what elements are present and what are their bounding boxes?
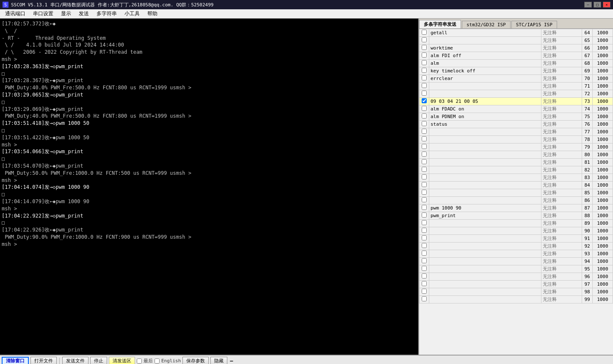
row-number: 72 — [582, 90, 592, 98]
terminal-line: PWM_Duty:50.0% PWM_Fre:1000.0 Hz FCNT:50… — [2, 170, 417, 177]
row-checkbox[interactable] — [422, 152, 427, 157]
row-delay: 1000 — [592, 227, 613, 235]
row-checkbox[interactable] — [422, 190, 427, 195]
right-panel: 多条字符串发送 stm32/GD32 ISP STC/IAP15 ISP get… — [418, 19, 613, 355]
row-checkbox[interactable] — [422, 37, 427, 42]
tab-multistring[interactable]: 多条字符串发送 — [419, 20, 461, 28]
row-checkbox[interactable] — [422, 251, 427, 256]
row-checkbox[interactable] — [422, 144, 427, 149]
terminal-area[interactable]: [17:02:57.372]收←◆ \ /- RT - Thread Opera… — [0, 19, 418, 355]
row-checkbox[interactable] — [422, 45, 427, 50]
row-checkbox[interactable] — [422, 91, 427, 96]
row-checkbox[interactable] — [422, 296, 427, 301]
open-file-button[interactable]: 打开文件 — [30, 357, 57, 364]
row-checkbox[interactable] — [422, 266, 427, 271]
table-row: 无注释931000 — [420, 250, 613, 258]
row-delay: 1000 — [592, 250, 613, 258]
menu-multistring[interactable]: 多字符串 — [93, 9, 120, 18]
table-row: 无注释841000 — [420, 182, 613, 189]
row-number: 64 — [582, 29, 592, 37]
row-checkbox[interactable] — [422, 129, 427, 134]
table-row: 无注释791000 — [420, 143, 613, 151]
row-checkbox[interactable] — [422, 167, 427, 172]
row-checkbox[interactable] — [422, 136, 427, 141]
menu-send[interactable]: 发送 — [75, 9, 92, 18]
row-checkbox[interactable] — [422, 60, 427, 65]
stop-button[interactable]: 停止 — [90, 357, 107, 364]
row-checkbox[interactable] — [422, 235, 427, 240]
row-checkbox[interactable] — [422, 174, 427, 179]
row-note: 无注释 — [541, 296, 582, 303]
row-checkbox[interactable] — [422, 220, 427, 225]
row-note: 无注释 — [541, 174, 582, 182]
bottom-area: 清除窗口 打开文件 发送文件 停止 清发送区 最后 English 保存参数 隐… — [0, 355, 613, 364]
terminal-line: msh > — [2, 205, 417, 212]
row-checkbox[interactable] — [422, 113, 427, 119]
row-checkbox[interactable] — [422, 68, 427, 73]
row-number: 94 — [582, 258, 592, 265]
menu-display[interactable]: 显示 — [58, 9, 75, 18]
row-checkbox[interactable] — [422, 228, 427, 233]
row-command — [429, 296, 541, 303]
send-file-button[interactable]: 发送文件 — [62, 357, 88, 364]
row-delay: 1000 — [592, 273, 613, 281]
row-number: 85 — [582, 189, 592, 197]
table-row: 无注释941000 — [420, 258, 613, 265]
clear-window-button[interactable]: 清除窗口 — [2, 357, 29, 364]
menu-serial-settings[interactable]: 串口设置 — [30, 9, 57, 18]
minimize-button[interactable]: — — [584, 2, 592, 8]
row-checkbox[interactable] — [422, 75, 427, 80]
row-number: 66 — [582, 44, 592, 52]
hide-button[interactable]: 隐藏 — [210, 357, 227, 364]
row-number: 92 — [582, 243, 592, 250]
row-checkbox[interactable] — [422, 182, 427, 187]
row-checkbox[interactable] — [422, 212, 427, 218]
tab-stm32[interactable]: stm32/GD32 ISP — [462, 21, 511, 28]
row-checkbox[interactable] — [422, 289, 427, 294]
last-checkbox[interactable] — [137, 358, 142, 364]
row-checkbox[interactable] — [422, 273, 427, 279]
save-params-button[interactable]: 保存参数 — [182, 357, 209, 364]
row-command — [429, 37, 541, 44]
row-command — [429, 281, 541, 288]
clear-send-area-button[interactable]: 清发送区 — [109, 357, 135, 364]
menu-help[interactable]: 帮助 — [144, 9, 161, 18]
tab-stc[interactable]: STC/IAP15 ISP — [511, 21, 557, 28]
terminal-line: [17:04:22.922]发→◇pwm_print — [2, 212, 417, 220]
row-number: 83 — [582, 174, 592, 182]
row-command — [429, 143, 541, 151]
row-delay: 1000 — [592, 288, 613, 296]
maximize-button[interactable]: □ — [594, 2, 601, 8]
menu-comport[interactable]: 通讯端口 — [2, 9, 29, 18]
close-button[interactable]: ✕ — [603, 2, 610, 8]
row-checkbox[interactable] — [422, 159, 427, 164]
row-delay: 1000 — [592, 90, 613, 98]
row-checkbox[interactable] — [422, 258, 427, 263]
row-checkbox[interactable] — [422, 98, 427, 103]
row-note: 无注释 — [541, 83, 582, 90]
table-row: 无注释911000 — [420, 235, 613, 243]
row-checkbox[interactable] — [422, 83, 427, 88]
row-command — [429, 189, 541, 197]
row-checkbox[interactable] — [422, 52, 427, 58]
separator-1 — [59, 358, 60, 364]
row-checkbox[interactable] — [422, 197, 427, 202]
table-row: 无注释801000 — [420, 151, 613, 159]
right-table-container[interactable]: getall无注释641000无注释651000worktime无注释66100… — [419, 29, 613, 355]
row-delay: 1000 — [592, 60, 613, 67]
row-note: 无注释 — [541, 44, 582, 52]
table-row: alm无注释681000 — [420, 60, 613, 67]
row-checkbox[interactable] — [422, 30, 427, 35]
row-number: 97 — [582, 281, 592, 288]
row-checkbox[interactable] — [422, 281, 427, 286]
row-command — [429, 250, 541, 258]
table-row: errclear无注释701000 — [420, 75, 613, 83]
menu-tools[interactable]: 小工具 — [121, 9, 143, 18]
row-checkbox[interactable] — [422, 106, 427, 111]
title-bar: S SSCOM V5.13.1 串口/网络数据调试器 作者:大虾丁丁,26180… — [0, 0, 613, 9]
row-checkbox[interactable] — [422, 121, 427, 126]
row-checkbox[interactable] — [422, 243, 427, 248]
table-row: 无注释851000 — [420, 189, 613, 197]
english-checkbox[interactable] — [155, 358, 160, 364]
row-checkbox[interactable] — [422, 205, 427, 210]
